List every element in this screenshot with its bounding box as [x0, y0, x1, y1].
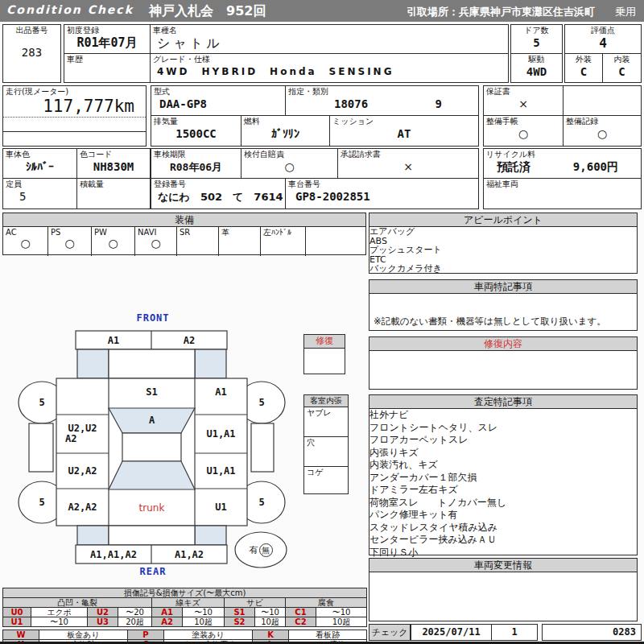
first-registration-value: R01年07月 [64, 36, 150, 50]
rear-bumper-right-marks: A1,A2 [151, 545, 227, 564]
interior-lining-box: 客室内張 ヤブレ 穴 コゲ [303, 394, 349, 494]
legend-group-corrosion: 腐食 [286, 598, 367, 608]
appeal-item: プッシュスタート [369, 246, 637, 255]
equipment-item-ps: PS ○ [48, 227, 92, 256]
assessment-item: センターピラー挟み込みＡＵ [369, 534, 637, 547]
front-bumper-left-marks: A1 [76, 331, 151, 349]
fuel-cell: 燃料 ｶﾞｿﾘﾝ [241, 115, 330, 147]
equipment-mark-navi: ○ [135, 237, 176, 250]
vehicle-notes-section: 車両特記事項 ※記載のない書類・機器等は無しとして取り扱います。 [369, 279, 638, 331]
assessment-item: フロアカーペットスレ [369, 434, 637, 447]
interior-lining-row-burn: コゲ [304, 467, 348, 495]
appeal-points-title: アピールポイント [369, 213, 637, 227]
assessment-notes-title: 査定特記事項 [369, 395, 637, 409]
rear-bumper-left-marks: A1,A1,A2 [76, 545, 151, 564]
color-code-value: NH830M [77, 160, 150, 174]
grade-label: グレード・仕様 [151, 54, 508, 65]
drive-cell: 駆動 4WD [510, 53, 563, 83]
assessment-item: スタッドレスタイヤ積み込み [369, 522, 637, 535]
equipment-mark-ac: ○ [3, 237, 47, 250]
check-date-cell: 2025/07/11 1 [411, 624, 538, 641]
maintenance-record-value: ○ [564, 127, 641, 141]
tire-rear-left-depth: 5 [19, 493, 64, 512]
vehicle-category: 乗用 [615, 5, 636, 19]
damage-size-table: 損傷記号&損傷サイズ(〜最大cm) 凸凹・亀裂 線キズ サビ 腐食 U0 エクボ… [2, 588, 367, 627]
tire-front-left-depth: 5 [19, 393, 64, 412]
maintenance-book-label: 整備手帳 [484, 116, 563, 127]
legend-group-scratch: 線キズ [152, 598, 225, 608]
doors-label: ドア数 [511, 25, 562, 36]
interior-lining-row-tear: ヤブレ [304, 407, 348, 437]
assessment-item: 下回りＳ小 [369, 547, 637, 559]
assessment-item: 内装汚れ、キズ [369, 459, 637, 472]
lot-number-cell: 出品番号 283 [2, 24, 61, 83]
repair-content-title: 修復内容 [369, 337, 637, 351]
front-bumper-right-marks: A2 [151, 331, 227, 349]
equipment-item-ac: AC ○ [3, 227, 48, 256]
class-code-value-2: 9 [436, 97, 442, 111]
assessment-notes-section: 査定特記事項 社外ナビ フロントシートヘタリ、スレ フロアカーペットスレ 内張り… [369, 394, 638, 555]
exterior-grade-value: C [565, 65, 602, 79]
spare-tire-indicator: 有 無 [235, 539, 287, 560]
appeal-points-section: アピールポイント エアバッグ ABS プッシュスタート ETC バックカメラ付き [369, 213, 638, 274]
fuel-value: ｶﾞｿﾘﾝ [242, 127, 329, 141]
doors-value: 5 [511, 36, 562, 50]
equipment-item-navi: NAVI ○ [135, 227, 177, 256]
transmission-value: AT [330, 127, 478, 141]
load-capacity-label: 積載量 [77, 179, 150, 190]
spare-tire-present-label: 有 [250, 544, 258, 556]
displacement-value: 1500CC [151, 127, 241, 141]
insurance-label: 検付自賠責 [242, 149, 337, 160]
maintenance-record-label: 整備記録 [564, 116, 641, 127]
check-number: 1 [492, 625, 537, 640]
auction-title: 神戸入札会 952回 [149, 3, 266, 20]
car-history-cell: 車歴 [64, 53, 151, 83]
inspection-expiry-label: 車検期限 [151, 149, 241, 160]
exterior-grade-label: 外装 [565, 54, 602, 65]
equipment-item-pw: PW ○ [92, 227, 135, 256]
repair-flag-box: 修復 [303, 334, 345, 374]
damage-legend: 損傷記号&損傷サイズ(〜最大cm) 凸凹・亀裂 線キズ サビ 腐食 U0 エクボ… [2, 588, 367, 644]
transmission-cell: ミッション AT [329, 115, 479, 147]
doors-cell: ドア数 5 [510, 24, 563, 54]
welfare-vehicle-label: 福祉車両 [484, 179, 641, 190]
tire-rear-right-depth: 5 [239, 493, 284, 512]
mileage-label: 走行(現メーター) [3, 86, 146, 97]
mileage-value: 117,777km [3, 97, 146, 115]
recycle-fee-values: 預託済 9,600円 [484, 160, 641, 174]
capacity-label: 定員 [3, 179, 76, 190]
class-code-label: 指定・類別 [286, 86, 478, 97]
equipment-item-leather: 革 [219, 227, 261, 256]
check-label-cell: チェック [369, 624, 411, 641]
recycle-fee-cell: リサイクル料 預託済 9,600円 [483, 148, 642, 179]
equipment-item-sr: SR [177, 227, 219, 256]
appeal-points-list: エアバッグ ABS プッシュスタート ETC バックカメラ付き [369, 227, 637, 274]
capacity-cell: 定員 5 [2, 178, 77, 209]
windshield-marks: S1 [109, 380, 195, 404]
drive-value: 4WD [511, 65, 562, 79]
change-info-title: 車両変更情報 [369, 559, 637, 572]
pickup-location: 引取場所：兵庫県神戸市東灘区住吉浜町 [407, 5, 595, 19]
chassis-number-cell: 車台番号 GP8-2002851 [285, 178, 479, 209]
equipment-title: 装備 [3, 213, 365, 227]
first-registration-label: 初度登録 [64, 25, 150, 36]
appeal-item: エアバッグ [369, 227, 637, 237]
warranty-spare-cell [563, 85, 642, 116]
body-color-value: ｼﾙﾊﾞｰ [3, 160, 76, 174]
inspection-expiry-cell: 車検期限 R08年06月 [151, 148, 242, 179]
fuel-label: 燃料 [242, 116, 329, 127]
insurance-cell: 検付自賠責 ○ [241, 148, 338, 179]
body-color-cell: 車体色 ｼﾙﾊﾞｰ [2, 148, 77, 179]
assessment-item: 内張りキズ [369, 447, 637, 460]
assessment-item: フロントシートヘタリ、スレ [369, 422, 637, 435]
warranty-label: 保証書 [484, 86, 563, 97]
class-code-values: 18076 9 [286, 97, 478, 111]
interior-grade-value: C [603, 65, 641, 79]
model-name-cell: 車種名 シャトル [150, 24, 509, 54]
recycle-fee-label: リサイクル料 [484, 149, 641, 160]
change-info-section: 車両変更情報 [369, 558, 638, 621]
type-code-label: 型式 [151, 86, 285, 97]
recycle-status: 預託済 [497, 160, 530, 174]
class-code-value-1: 18076 [334, 97, 368, 111]
spare-tire-absent-mark: 無 [259, 543, 273, 557]
